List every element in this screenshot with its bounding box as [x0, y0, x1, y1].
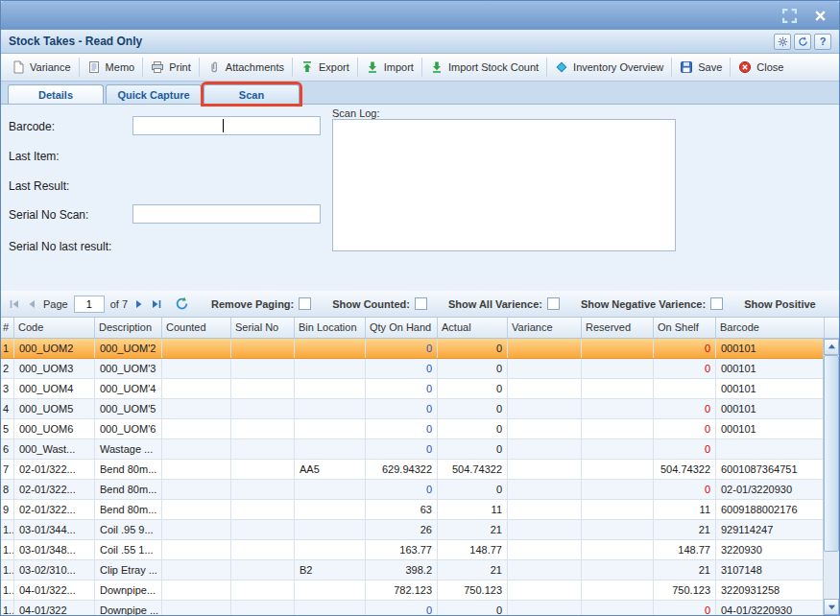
attachments-label: Attachments [226, 61, 284, 73]
cell-actual: 11 [438, 500, 508, 519]
cell-qty_on_hand: 63 [366, 500, 438, 519]
cell-on_shelf: 504.74322 [654, 460, 716, 479]
page-number-input[interactable] [74, 296, 105, 313]
table-area: 1000_UOM2000_UOM'20000001012000_UOM3000_… [1, 339, 839, 615]
cell-code: 000_UOM5 [14, 399, 95, 418]
column-header-reserved[interactable]: Reserved [582, 318, 654, 338]
column-header-variance[interactable]: Variance [508, 318, 582, 338]
first-page-icon[interactable] [6, 296, 23, 313]
table-row[interactable]: 3000_UOM4000_UOM'400000101 [1, 379, 823, 399]
column-header-bin_location[interactable]: Bin Location [295, 318, 366, 338]
table-row[interactable]: 1..04-01/322Downpipe ...00004-01/3220930 [1, 601, 823, 615]
memo-button[interactable]: Memo [81, 58, 142, 77]
import-label: Import [384, 61, 414, 73]
cell-code: 000_Wast... [14, 439, 95, 459]
print-button[interactable]: Print [144, 58, 198, 77]
table-row[interactable]: 802-01/322...Bend 80m...00002-01/3220930 [1, 480, 823, 500]
serial-no-last-result-label: Serial No last result: [9, 240, 111, 253]
cell-counted [162, 580, 231, 600]
previous-page-icon[interactable] [23, 296, 40, 313]
barcode-input[interactable] [132, 116, 321, 135]
cell-actual: 0 [438, 480, 508, 499]
cell-reserved [582, 379, 654, 398]
table-row[interactable]: 5000_UOM6000_UOM'6000000101 [1, 419, 823, 439]
cell-description: 000_UOM'2 [95, 339, 162, 358]
vertical-scrollbar[interactable] [823, 339, 839, 615]
show-counted-checkbox[interactable] [415, 297, 427, 310]
cell-description: Downpipe... [95, 580, 162, 600]
show-all-varience-option: Show All Varience: [448, 297, 560, 310]
variance-button[interactable]: Variance [5, 58, 78, 77]
cell-on_shelf: 0 [654, 359, 716, 378]
export-button[interactable]: Export [294, 58, 356, 77]
serial-no-scan-input[interactable] [132, 204, 321, 224]
refresh-icon[interactable] [794, 34, 811, 50]
variance-icon [12, 60, 25, 74]
cell-counted [162, 560, 231, 580]
import-stock-count-button[interactable]: Import Stock Count [423, 58, 545, 77]
show-counted-label: Show Counted: [332, 298, 410, 310]
import-button[interactable]: Import [359, 58, 420, 77]
cell-reserved [582, 439, 654, 459]
refresh-grid-icon[interactable] [173, 296, 190, 313]
cell-counted [162, 439, 231, 459]
table-row[interactable]: 4000_UOM5000_UOM'5000000101 [1, 399, 823, 419]
column-header-actual[interactable]: Actual [438, 318, 508, 338]
fullscreen-icon[interactable] [781, 8, 797, 23]
cell-barcode: 000101 [716, 379, 825, 398]
table-row[interactable]: 1000_UOM2000_UOM'2000000101 [1, 339, 823, 359]
column-header-on_shelf[interactable]: On Shelf [654, 318, 716, 338]
table-row[interactable]: 1..03-01/344...Coil .95 9...262121929114… [1, 520, 823, 540]
show-negative-varience-checkbox[interactable] [710, 297, 723, 310]
column-header-barcode[interactable]: Barcode [716, 318, 825, 338]
column-header-num[interactable]: # [1, 318, 14, 338]
table-row[interactable]: 702-01/322...Bend 80m...AA5629.94322504.… [1, 460, 823, 480]
column-header-code[interactable]: Code [14, 318, 95, 338]
attachments-button[interactable]: Attachments [201, 58, 291, 77]
last-page-icon[interactable] [148, 296, 165, 313]
remove-paging-checkbox[interactable] [299, 297, 311, 310]
scroll-thumb[interactable] [824, 355, 839, 552]
cell-qty_on_hand: 0 [366, 480, 438, 499]
column-header-serial_no[interactable]: Serial No [231, 318, 295, 338]
next-page-icon[interactable] [131, 296, 148, 313]
show-all-varience-checkbox[interactable] [547, 297, 560, 310]
cell-actual: 0 [438, 379, 508, 398]
table-row[interactable]: 1..03-01/348...Coil .55 1...163.77148.77… [1, 540, 823, 560]
cell-num: 4 [1, 399, 14, 418]
cell-reserved [582, 339, 654, 358]
column-header-counted[interactable]: Counted [162, 318, 231, 338]
column-header-description[interactable]: Description [95, 318, 162, 338]
table-row[interactable]: 902-01/322...Bend 80m...6311116009188002… [1, 500, 823, 520]
scroll-up-icon[interactable] [824, 339, 839, 355]
cell-actual: 0 [438, 339, 508, 358]
cell-description: Wastage ... [95, 439, 162, 459]
cell-description: 000_UOM'5 [95, 399, 162, 418]
gear-icon[interactable] [774, 34, 791, 50]
close-button[interactable]: Close [732, 58, 790, 77]
column-header-qty_on_hand[interactable]: Qty On Hand [366, 318, 438, 338]
cell-qty_on_hand: 26 [366, 520, 438, 539]
table-row[interactable]: 1..04-01/322...Downpipe...782.123750.123… [1, 580, 823, 601]
cell-variance [508, 379, 582, 398]
save-button[interactable]: Save [673, 58, 729, 77]
cell-qty_on_hand: 398.2 [366, 560, 438, 580]
table-row[interactable]: 2000_UOM3000_UOM'3000000101 [1, 359, 823, 379]
cell-bin_location: AA5 [295, 460, 366, 479]
variance-label: Variance [30, 61, 71, 73]
help-icon[interactable]: ? [814, 34, 831, 50]
tab-quick-capture[interactable]: Quick Capture [106, 84, 202, 104]
scan-log-textarea[interactable] [332, 119, 676, 251]
table-row[interactable]: 6000_Wast...Wastage ...000 [1, 439, 823, 460]
window-close-icon[interactable] [812, 8, 828, 23]
tab-scan[interactable]: Scan [204, 84, 300, 104]
tab-details[interactable]: Details [8, 84, 104, 104]
show-negative-varience-label: Show Negative Varience: [581, 298, 706, 310]
table-row[interactable]: 1..03-02/310...Clip Etray ...B2398.22121… [1, 560, 823, 580]
cell-reserved [582, 560, 654, 580]
cell-qty_on_hand: 0 [366, 379, 438, 398]
inventory-overview-button[interactable]: Inventory Overview [548, 58, 670, 77]
cell-bin_location [295, 399, 366, 418]
cell-code: 02-01/322... [14, 480, 95, 499]
scroll-down-icon[interactable] [824, 599, 839, 615]
